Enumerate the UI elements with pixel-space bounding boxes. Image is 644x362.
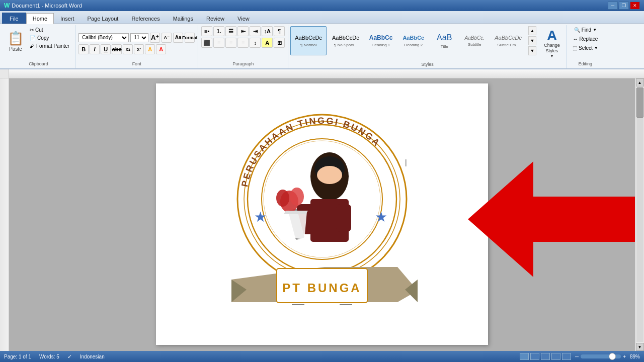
cut-icon: ✂ (30, 27, 34, 33)
shading-button[interactable]: A (262, 38, 273, 48)
style-subtitle[interactable]: AaBbCc. Subtitle (460, 26, 489, 55)
border-button[interactable]: ⊞ (274, 38, 285, 48)
zoom-out-button[interactable]: ─ (575, 354, 579, 359)
paragraph-group: ≡• 1. ☰ ⇤ ⇥ ↕A ¶ ⬛ ≡ ≡ ≡ ↕ A ⊞ Paragraph (198, 25, 288, 68)
style-title-label: Title (441, 44, 448, 49)
text-highlight-button[interactable]: A (145, 44, 155, 54)
svg-text:★: ★ (375, 209, 387, 225)
styles-more[interactable]: ▼ (528, 46, 536, 55)
vertical-ruler (0, 78, 9, 351)
tab-page-layout[interactable]: Page Layout (81, 13, 125, 24)
change-styles-dropdown-icon: ▼ (550, 54, 554, 58)
scroll-down-button[interactable]: ▼ (636, 343, 644, 351)
style-heading1-label: Heading 1 (372, 43, 390, 47)
restore-button[interactable]: ❐ (619, 2, 629, 10)
zoom-in-button[interactable]: + (623, 354, 626, 359)
cut-button[interactable]: ✂ Cut (27, 26, 72, 34)
web-layout-button[interactable] (541, 353, 550, 360)
ruler-corner (0, 69, 9, 78)
emblem-container: PERUSAHAAN TINGGI BUNGA ★ ★ (226, 94, 418, 325)
text-cursor: | (405, 158, 407, 167)
bullets-button[interactable]: ≡• (201, 26, 212, 36)
tab-view[interactable]: View (231, 13, 256, 24)
outline-button[interactable] (551, 353, 560, 360)
justify-button[interactable]: ≡ (237, 38, 249, 48)
scroll-track[interactable] (636, 87, 643, 342)
style-normal-preview: AaBbCcDc (295, 34, 322, 41)
numbering-button[interactable]: 1. (213, 26, 224, 36)
paste-button[interactable]: 📋 Paste (5, 26, 26, 56)
minimize-button[interactable]: ─ (608, 2, 618, 10)
font-label: Font (132, 60, 141, 67)
align-right-button[interactable]: ≡ (225, 38, 236, 48)
sort-button[interactable]: ↕A (262, 26, 273, 36)
decrease-indent-button[interactable]: ⇤ (237, 26, 249, 36)
view-buttons (520, 353, 571, 360)
superscript-button[interactable]: x² (134, 44, 144, 54)
align-center-button[interactable]: ≡ (213, 38, 224, 48)
italic-button[interactable]: I (90, 44, 100, 54)
tab-review[interactable]: Review (200, 13, 231, 24)
status-bar: Page: 1 of 1 Words: 5 ✓ Indonesian ─ + 8… (0, 351, 644, 362)
multilevel-list-button[interactable]: ☰ (225, 26, 236, 36)
select-button[interactable]: ⬚ Select ▼ (570, 44, 601, 52)
close-button[interactable]: ✕ (630, 2, 640, 10)
style-heading2-label: Heading 2 (405, 43, 423, 47)
scroll-thumb[interactable] (636, 87, 643, 118)
tab-home[interactable]: Home (26, 13, 54, 24)
language-indicator[interactable]: Indonesian (80, 354, 105, 359)
font-color-button[interactable]: A (156, 44, 166, 54)
style-heading1-preview: AaBbCc (369, 34, 393, 42)
style-normal-label: ¶ Normal (300, 43, 316, 47)
show-formatting-button[interactable]: ¶ (274, 26, 285, 36)
page-info: Page: 1 of 1 (4, 354, 31, 359)
style-title[interactable]: AaB Title (430, 26, 459, 55)
align-left-button[interactable]: ⬛ (201, 38, 212, 48)
tab-file[interactable]: File (2, 13, 26, 24)
zoom-thumb[interactable] (609, 353, 616, 360)
clear-format-button[interactable]: Format (185, 33, 195, 43)
style-heading2[interactable]: AaBbCc Heading 2 (398, 26, 429, 55)
find-button[interactable]: 🔍 Find ▼ (572, 26, 599, 34)
main-area: PERUSAHAAN TINGGI BUNGA ★ ★ (0, 78, 644, 351)
styles-group: AaBbCcDc ¶ Normal AaBbCcDc ¶ No Spaci...… (288, 25, 567, 68)
line-spacing-button[interactable]: ↕ (250, 38, 261, 48)
replace-button[interactable]: ↔ Replace (571, 35, 601, 43)
style-subtle-em-label: Subtle Em... (497, 43, 519, 47)
style-heading1[interactable]: AaBbCc Heading 1 (365, 26, 397, 55)
increase-indent-button[interactable]: ⇥ (250, 26, 261, 36)
subscript-button[interactable]: x₂ (123, 44, 133, 54)
change-styles-button[interactable]: A ChangeStyles ▼ (539, 26, 565, 61)
tab-insert[interactable]: Insert (54, 13, 81, 24)
copy-button[interactable]: 📄 Copy (27, 34, 72, 42)
font-grow-button[interactable]: A⁺ (150, 33, 160, 43)
zoom-slider[interactable] (581, 354, 621, 358)
style-no-spacing[interactable]: AaBbCcDc ¶ No Spaci... (328, 26, 364, 55)
svg-rect-0 (9, 69, 644, 78)
draft-button[interactable] (562, 353, 571, 360)
bold-button[interactable]: B (78, 44, 89, 54)
scroll-up-button[interactable]: ▲ (636, 78, 644, 86)
paste-label: Paste (9, 46, 22, 52)
font-size-select[interactable]: 11 (130, 33, 148, 42)
svg-point-12 (317, 166, 342, 184)
editing-label: Editing (579, 60, 593, 67)
font-shrink-button[interactable]: A⁻ (162, 33, 172, 43)
styles-scroll-down[interactable]: ▼ (528, 36, 536, 45)
print-layout-button[interactable] (520, 353, 529, 360)
styles-scroll-up[interactable]: ▲ (528, 26, 536, 35)
strikethrough-button[interactable]: abc (112, 44, 122, 54)
style-subtle-em[interactable]: AaBbCcDc Subtle Em... (490, 26, 526, 55)
ribbon-tabs: File Home Insert Page Layout References … (0, 11, 644, 24)
underline-button[interactable]: U (101, 44, 111, 54)
style-subtle-em-preview: AaBbCcDc (495, 34, 522, 41)
document-area[interactable]: PERUSAHAAN TINGGI BUNGA ★ ★ (9, 78, 635, 351)
font-name-select[interactable]: Calibri (Body) (78, 33, 129, 42)
format-painter-button[interactable]: 🖌 Format Painter (27, 42, 72, 50)
style-normal[interactable]: AaBbCcDc ¶ Normal (290, 26, 327, 55)
tab-references[interactable]: References (125, 13, 166, 24)
full-screen-button[interactable] (530, 353, 539, 360)
tab-mailings[interactable]: Mailings (167, 13, 200, 24)
format-painter-icon: 🖌 (30, 43, 35, 49)
clipboard-group: 📋 Paste ✂ Cut 📄 Copy 🖌 Format Painter Cl… (2, 25, 75, 68)
